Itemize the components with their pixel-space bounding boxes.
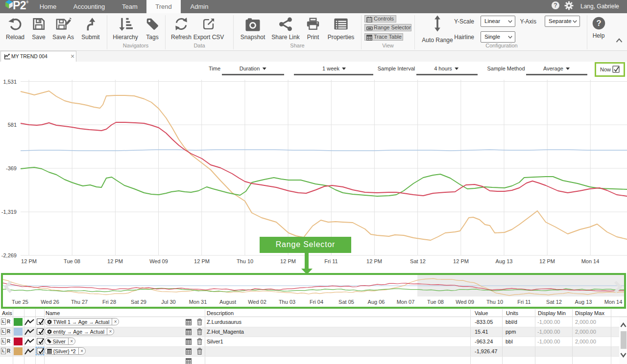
svg-text:?: ? bbox=[596, 19, 601, 27]
svg-text:?: ? bbox=[554, 2, 557, 9]
